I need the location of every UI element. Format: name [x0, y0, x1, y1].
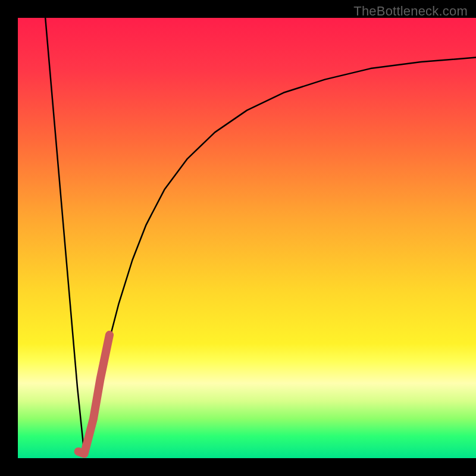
watermark-text: TheBottleneck.com: [353, 4, 468, 19]
bottleneck-curve: [45, 18, 476, 454]
curve-layer: [18, 18, 476, 458]
plot-area: [18, 18, 476, 458]
chart-frame: TheBottleneck.com: [0, 0, 476, 476]
